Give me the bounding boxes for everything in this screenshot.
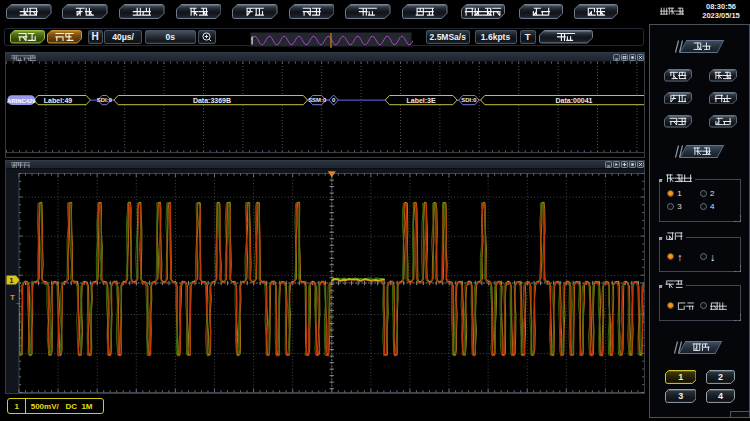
- svg-text:Label:49: Label:49: [44, 97, 73, 104]
- svg-text:1: 1: [678, 372, 683, 382]
- svg-text:4: 4: [718, 391, 723, 401]
- svg-text:ARINC429: ARINC429: [7, 98, 36, 104]
- svg-text:3: 3: [678, 391, 683, 401]
- svg-text:Data:00041: Data:00041: [556, 97, 593, 104]
- svg-text:Label:3E: Label:3E: [407, 97, 437, 104]
- svg-text:SDI:0: SDI:0: [461, 97, 477, 103]
- svg-text:SDI:0: SDI:0: [97, 97, 113, 103]
- svg-text:1: 1: [10, 276, 14, 283]
- svg-text:SSM:0: SSM:0: [308, 97, 327, 103]
- svg-text:Data:3369B: Data:3369B: [193, 97, 231, 104]
- svg-text:2: 2: [718, 372, 723, 382]
